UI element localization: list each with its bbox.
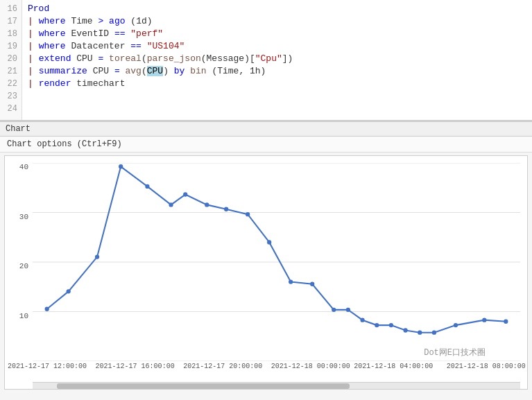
svg-point-11: [183, 192, 187, 196]
svg-point-19: [346, 308, 350, 312]
svg-point-28: [504, 320, 508, 324]
chart-section: Chart Chart options (Ctrl+F9) 40 30 20 1…: [0, 121, 532, 400]
chart-area: 40 30 20 10: [4, 155, 528, 390]
svg-point-17: [310, 282, 314, 286]
chart-tab-label: Chart: [6, 124, 31, 134]
svg-point-5: [45, 307, 49, 311]
svg-point-22: [389, 323, 393, 327]
svg-point-24: [418, 331, 422, 335]
watermark: Dot网E口技术圈: [424, 347, 486, 358]
chart-options-bar[interactable]: Chart options (Ctrl+F9): [0, 137, 532, 153]
svg-point-21: [375, 323, 379, 327]
chart-options-label: Chart options (Ctrl+F9): [7, 139, 122, 149]
chart-tab[interactable]: Chart: [0, 122, 532, 137]
svg-point-7: [95, 254, 99, 259]
svg-point-18: [332, 308, 336, 312]
svg-point-9: [145, 184, 149, 189]
svg-point-26: [454, 323, 458, 327]
svg-point-25: [432, 331, 436, 335]
line-numbers: 16 17 18 19 20 21 22 23 24: [0, 0, 22, 120]
svg-point-6: [67, 289, 71, 293]
y-axis: 40 30 20 10: [5, 163, 31, 361]
svg-point-14: [246, 212, 250, 216]
horizontal-scrollbar[interactable]: [33, 382, 520, 389]
svg-point-27: [482, 318, 486, 322]
svg-point-15: [267, 240, 271, 244]
code-content[interactable]: Prod | where Time > ago (1d) | where Eve…: [22, 0, 532, 120]
svg-point-8: [119, 164, 123, 168]
svg-point-10: [169, 202, 173, 207]
svg-point-23: [403, 328, 407, 332]
scrollbar-thumb[interactable]: [57, 383, 350, 389]
svg-point-13: [224, 207, 228, 211]
svg-point-16: [289, 279, 293, 284]
chart-svg: [33, 163, 520, 361]
code-editor[interactable]: 16 17 18 19 20 21 22 23 24 Prod | where …: [0, 0, 532, 121]
svg-point-20: [360, 318, 364, 322]
svg-point-12: [205, 202, 209, 207]
